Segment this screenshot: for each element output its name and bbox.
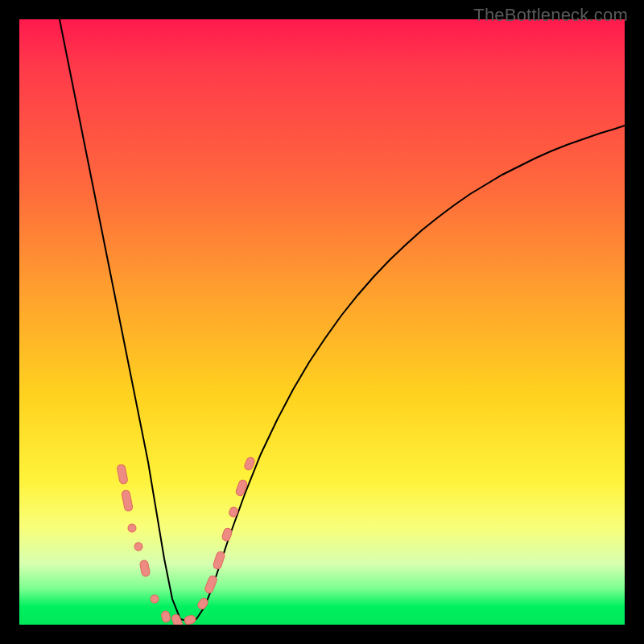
marker	[235, 479, 248, 497]
marker	[171, 613, 184, 625]
marker	[196, 597, 209, 610]
marker	[161, 610, 171, 623]
marker	[127, 523, 137, 533]
highlighted-points	[117, 456, 256, 625]
marker	[134, 542, 143, 551]
marker	[184, 614, 196, 625]
marker	[150, 594, 159, 604]
chart-frame: TheBottleneck.com	[0, 0, 644, 644]
marker	[139, 559, 151, 577]
marker	[243, 456, 255, 472]
marker	[221, 527, 233, 542]
watermark-text: TheBottleneck.com	[473, 5, 628, 26]
marker	[122, 489, 134, 511]
marker-layer	[19, 19, 625, 625]
marker	[228, 506, 238, 518]
marker	[204, 575, 217, 594]
marker	[117, 464, 129, 484]
marker	[213, 551, 225, 570]
plot-area	[19, 19, 625, 625]
